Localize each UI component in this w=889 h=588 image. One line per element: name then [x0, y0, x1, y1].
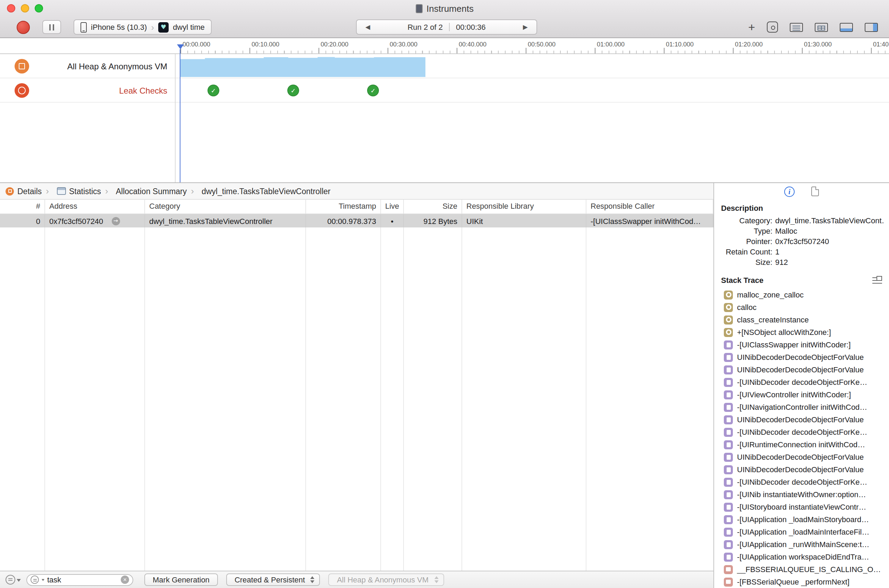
leaks-instrument-icon[interactable]	[15, 83, 29, 98]
stack-frame[interactable]: __FBSSERIALQUEUE_IS_CALLING_O…	[714, 563, 889, 576]
search-scope-chevron-icon[interactable]	[42, 579, 44, 582]
allocations-instrument-icon[interactable]	[15, 59, 29, 74]
ruler-tick-label: 00:10.000	[250, 41, 319, 48]
leak-check-pass-icon[interactable]	[368, 85, 378, 96]
stack-frame[interactable]: -[UIClassSwapper initWithCoder:]	[714, 338, 889, 351]
stack-frame[interactable]: +[NSObject allocWithZone:]	[714, 326, 889, 338]
stack-frame[interactable]: -[FBSSerialQueue _performNext]	[714, 576, 889, 588]
stack-frame-icon	[724, 365, 733, 374]
stack-frame[interactable]: -[UIApplication _loadMainInterfaceFil…	[714, 526, 889, 538]
run-time: 00:00:36	[456, 23, 486, 31]
track-row-allocations[interactable]: All Heap & Anonymous VM	[0, 54, 889, 78]
toggle-detail-pane-button[interactable]	[840, 22, 853, 32]
playhead-marker-icon[interactable]	[177, 44, 184, 49]
stack-frame[interactable]: -[UINibDecoder decodeObjectForKe…	[714, 476, 889, 488]
toggle-inspector-pane-button[interactable]	[865, 22, 878, 32]
cell-live: •	[381, 214, 404, 227]
previous-run-button[interactable]	[363, 24, 373, 30]
stack-frame[interactable]: -[UINavigationController initWithCod…	[714, 401, 889, 413]
table-header: # Address Category Timestamp Live Size R…	[0, 200, 713, 214]
track-row-leak-checks[interactable]: Leak Checks	[0, 78, 889, 103]
field-label: Category:	[714, 216, 775, 225]
clear-search-icon[interactable]	[121, 576, 129, 584]
breadcrumb-item[interactable]: Allocation Summary	[101, 186, 187, 196]
next-run-button[interactable]	[520, 24, 530, 30]
add-instrument-button[interactable]: +	[748, 21, 755, 33]
column-header[interactable]: Live	[381, 200, 404, 214]
ruler-tick-label: 01:10.000	[664, 41, 733, 48]
column-header[interactable]: Timestamp	[306, 200, 381, 214]
stack-frame[interactable]: malloc_zone_calloc	[714, 288, 889, 301]
column-header[interactable]: Responsible Caller	[587, 200, 713, 214]
table-row[interactable]: 0 0x7fc3cf507240 dwyl_time.TasksTableVie…	[0, 214, 713, 227]
extended-detail-tab-icon[interactable]	[811, 186, 819, 196]
inspector-tab-bar	[714, 183, 889, 200]
window-chrome: Instruments iPhone 5s (10.3) › dwyl time…	[0, 0, 889, 38]
stack-frame-icon	[724, 515, 733, 524]
view-list-button[interactable]	[790, 22, 803, 32]
stack-frame[interactable]: UINibDecoderDecodeObjectForValue	[714, 351, 889, 363]
column-header[interactable]: Category	[145, 200, 306, 214]
stack-frame[interactable]: UINibDecoderDecodeObjectForValue	[714, 413, 889, 426]
stack-trace-options-icon[interactable]	[872, 276, 882, 284]
column-header[interactable]: Responsible Library	[462, 200, 587, 214]
breadcrumb-item[interactable]: Details	[6, 187, 42, 195]
toolbar: iPhone 5s (10.3) › dwyl time Run 2 of 2 …	[0, 16, 889, 38]
stack-frame[interactable]: UINibDecoderDecodeObjectForValue	[714, 451, 889, 463]
stack-frame[interactable]: -[UINibDecoder decodeObjectForKe…	[714, 376, 889, 388]
stack-frame-icon	[724, 465, 733, 474]
stack-frame[interactable]: UINibDecoderDecodeObjectForValue	[714, 363, 889, 376]
cell-number: 0	[0, 214, 45, 227]
breadcrumb-item[interactable]: dwyl_time.TasksTableViewController	[187, 186, 330, 196]
stack-frame-label: -[UIApplication _loadMainInterfaceFil…	[737, 528, 869, 536]
stack-frame[interactable]: -[UIApplication _loadMainStoryboard…	[714, 513, 889, 526]
breadcrumb-label: Allocation Summary	[116, 187, 187, 195]
column-separator	[403, 227, 404, 571]
run-info: Run 2 of 2 00:00:36	[373, 23, 520, 31]
field-label: Size:	[714, 258, 775, 266]
stack-frame-icon	[724, 577, 733, 586]
mark-generation-button[interactable]: Mark Generation	[144, 573, 218, 586]
stack-frame-icon	[724, 440, 733, 449]
leak-check-pass-icon[interactable]	[288, 85, 298, 96]
breadcrumb-item[interactable]: Statistics	[42, 186, 101, 196]
playhead-line[interactable]	[180, 49, 181, 182]
focus-arrow-icon[interactable]	[111, 217, 120, 225]
lifecycle-filter-popup[interactable]: Created & Persistent	[226, 573, 320, 586]
leak-check-pass-icon[interactable]	[208, 85, 219, 96]
stack-frame[interactable]: calloc	[714, 301, 889, 314]
ruler-tick-label: 00:50.000	[526, 41, 595, 48]
instrument-library-button[interactable]	[767, 21, 778, 33]
stack-frame[interactable]: -[UIStoryboard instantiateViewContr…	[714, 501, 889, 513]
view-grid-button[interactable]	[815, 22, 828, 32]
pause-button[interactable]	[42, 20, 61, 34]
stack-frame-label: -[UINibDecoder decodeObjectForKe…	[737, 428, 867, 436]
stack-frame[interactable]: UINibDecoderDecodeObjectForValue	[714, 463, 889, 476]
stack-frame[interactable]: -[UIViewController initWithCoder:]	[714, 388, 889, 401]
stack-frame[interactable]: class_createInstance	[714, 314, 889, 326]
target-device-selector[interactable]: iPhone 5s (10.3) › dwyl time	[74, 20, 212, 34]
record-button[interactable]	[17, 21, 30, 34]
info-inspector-tab-icon[interactable]	[784, 186, 794, 196]
column-header[interactable]: Size	[404, 200, 462, 214]
stack-frame[interactable]: -[UINib instantiateWithOwner:option…	[714, 488, 889, 501]
search-field[interactable]: task	[26, 574, 133, 586]
breadcrumb-label: Statistics	[69, 187, 101, 195]
search-scope-icon[interactable]	[30, 576, 39, 584]
stack-frame[interactable]: -[UIApplication workspaceDidEndTra…	[714, 550, 889, 563]
column-header[interactable]: Address	[45, 200, 145, 214]
column-separator	[44, 227, 45, 571]
timeline-ruler[interactable]: 00:00.000 00:10.000 00:20.000 00:30.000 …	[0, 38, 889, 54]
stack-frame[interactable]: -[UINibDecoder decodeObjectForKe…	[714, 426, 889, 438]
lifecycle-filter-label: Created & Persistent	[235, 576, 305, 584]
document-proxy-icon	[415, 4, 422, 13]
search-input[interactable]: task	[47, 576, 61, 584]
allocations-area-chart[interactable]	[181, 56, 426, 77]
filter-menu-button[interactable]	[6, 575, 21, 585]
field-value: dwyl_time.TasksTableViewCont…	[775, 216, 885, 225]
details-pane: Details Statistics Allocation Summary	[0, 183, 714, 588]
stack-frame[interactable]: -[UIRuntimeConnection initWithCod…	[714, 438, 889, 451]
column-header[interactable]: #	[0, 200, 45, 214]
cell-category: dwyl_time.TasksTableViewController	[145, 214, 306, 227]
stack-frame[interactable]: -[UIApplication _runWithMainScene:t…	[714, 538, 889, 550]
